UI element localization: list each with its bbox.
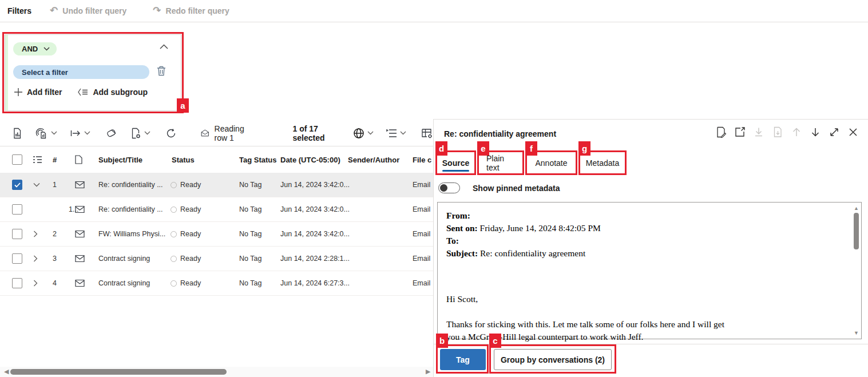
refresh-button[interactable] [165, 128, 177, 139]
toggle-knob [440, 184, 447, 192]
annotation-box-d: d Source [435, 150, 476, 175]
filter-group-panel: AND Select a filter Add filter Add subgr… [5, 34, 181, 111]
column-header-sender[interactable]: Sender/Author [348, 155, 399, 164]
column-header-tag-status[interactable]: Tag Status [239, 155, 277, 164]
email-icon [75, 181, 85, 189]
row-status: Ready [171, 205, 201, 213]
collapse-group-button[interactable] [160, 44, 168, 49]
annotation-badge-a: a [177, 98, 189, 113]
document-edit-icon [715, 126, 727, 138]
email-icon [75, 231, 85, 238]
column-settings-button[interactable] [421, 128, 433, 139]
row-date: Jun 14, 2024 6:27:3... [280, 279, 350, 287]
view-options-button[interactable] [386, 129, 406, 138]
column-header-num[interactable]: # [53, 155, 57, 164]
close-pane-button[interactable] [847, 126, 859, 138]
column-header-date[interactable]: Date (UTC-05:00) [280, 155, 340, 164]
vertical-scrollbar[interactable]: ▲ ▼ [852, 203, 861, 338]
tag-icon [105, 128, 117, 139]
annotate-document-button[interactable] [715, 126, 727, 138]
row-number: 1 [53, 181, 57, 189]
hierarchy-column-icon[interactable] [33, 156, 42, 163]
close-icon [847, 126, 859, 138]
column-header-status[interactable]: Status [172, 155, 195, 164]
arrow-up-icon [791, 126, 802, 138]
table-settings-icon [421, 128, 433, 139]
reading-pane: Re: confidentiality agreement [433, 119, 868, 377]
row-checkbox[interactable] [12, 253, 22, 264]
delete-filter-button[interactable] [157, 66, 166, 76]
row-checkbox[interactable] [12, 204, 22, 215]
annotation-badge-e: e [477, 141, 489, 156]
analytics-button[interactable] [35, 128, 57, 139]
expand-row-chevron[interactable] [33, 231, 38, 237]
chevron-down-icon [367, 131, 374, 135]
select-all-checkbox[interactable] [12, 154, 22, 165]
table-row[interactable]: 1 Re: confidentiality ... Ready No Tag J… [0, 173, 433, 197]
subgroup-icon [78, 88, 88, 96]
open-in-new-window-button[interactable] [734, 126, 746, 138]
email-body: Thanks for sticking with this. Let me ta… [446, 318, 844, 343]
locale-button[interactable] [353, 128, 374, 139]
horizontal-scrollbar[interactable]: ◀ ▶ [0, 367, 433, 377]
annotation-badge-g: g [578, 141, 590, 156]
tag-files-button[interactable] [105, 128, 117, 139]
download-button-disabled[interactable] [753, 126, 764, 138]
table-row[interactable]: 2 FW: Williams Physi... Ready No Tag Jun… [0, 222, 433, 247]
download-icon [753, 126, 764, 138]
open-envelope-icon [201, 128, 209, 138]
vertical-scrollbar-thumb[interactable] [854, 213, 859, 249]
scroll-right-arrow[interactable]: ▶ [426, 368, 430, 375]
status-circle-icon [171, 256, 177, 262]
row-file-class: Email [413, 279, 430, 287]
row-checkbox-checked[interactable] [12, 180, 22, 190]
row-date: Jun 14, 2024 3:42:0... [280, 230, 350, 238]
undo-filter-query-button[interactable]: ↶ Undo filter query [50, 6, 126, 16]
active-tab-underline [442, 170, 469, 172]
operator-dropdown[interactable]: AND [13, 42, 57, 55]
add-filter-button[interactable]: Add filter [14, 88, 62, 97]
group-by-conversations-button[interactable]: Group by conversations (2) [494, 349, 612, 370]
collapse-row-chevron[interactable] [33, 182, 40, 187]
refresh-icon [165, 128, 177, 139]
annotation-badge-d: d [435, 141, 447, 156]
table-row[interactable]: 4 Contract signing Ready No Tag Jun 14, … [0, 271, 433, 296]
undo-icon: ↶ [50, 6, 58, 15]
show-pinned-metadata-toggle[interactable] [438, 182, 460, 193]
download-document-button-disabled[interactable] [772, 126, 783, 138]
expand-row-chevron[interactable] [33, 255, 38, 262]
redo-filter-query-button[interactable]: ↷ Redo filter query [153, 6, 229, 16]
expand-row-chevron[interactable] [33, 280, 38, 287]
scroll-left-arrow[interactable]: ◀ [4, 368, 9, 375]
open-window-icon [734, 126, 746, 138]
previous-document-button-disabled[interactable] [791, 126, 802, 138]
tag-button[interactable]: Tag [440, 349, 486, 370]
row-subject: Re: confidentiality ... [98, 205, 163, 213]
row-checkbox[interactable] [12, 278, 22, 288]
document-download-icon [772, 126, 783, 138]
plus-icon [14, 88, 22, 96]
row-checkbox[interactable] [12, 229, 22, 239]
add-subgroup-button[interactable]: Add subgroup [78, 88, 148, 97]
file-type-column-icon[interactable] [75, 155, 82, 164]
export-button[interactable] [70, 128, 90, 139]
email-icon [75, 280, 85, 287]
status-circle-icon [171, 280, 177, 287]
expand-pane-button[interactable] [829, 126, 840, 138]
reading-row-button[interactable]: Reading row 1 [201, 124, 253, 142]
email-icon [75, 206, 85, 213]
table-row[interactable]: 3 Contract signing Ready No Tag Jun 14, … [0, 247, 433, 271]
row-tag-status: No Tag [239, 205, 261, 213]
select-filter-pill[interactable]: Select a filter [13, 65, 149, 79]
column-header-file-class[interactable]: File c [413, 155, 431, 164]
resize-diagonal-icon [829, 126, 840, 138]
scroll-up-arrow[interactable]: ▲ [854, 205, 859, 211]
column-header-subject[interactable]: Subject/Title [98, 155, 142, 164]
summary-report-button[interactable] [11, 128, 23, 139]
horizontal-scrollbar-thumb[interactable] [10, 369, 227, 375]
document-settings-icon [130, 128, 141, 139]
table-row[interactable]: 1... Re: confidentiality ... Ready No Ta… [0, 197, 433, 222]
convert-document-button[interactable] [130, 128, 150, 139]
scroll-down-arrow[interactable]: ▼ [854, 330, 859, 336]
next-document-button[interactable] [810, 126, 821, 138]
